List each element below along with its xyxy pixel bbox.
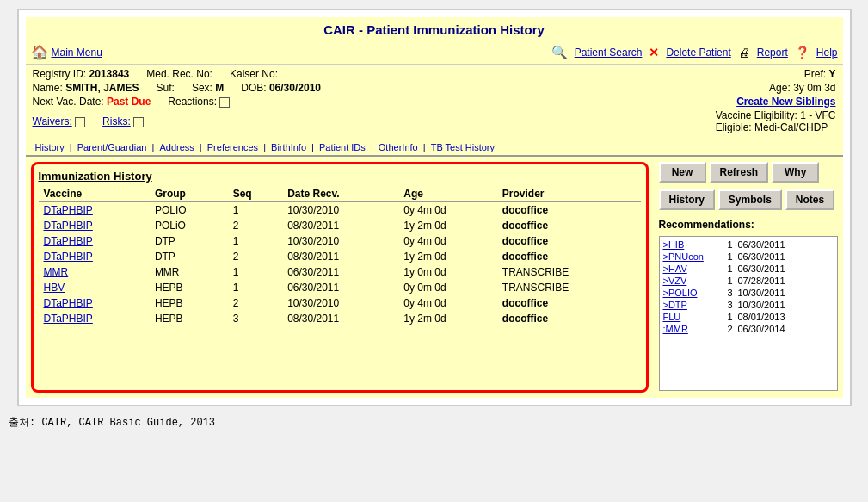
group-cell: POLIO bbox=[150, 202, 228, 219]
rec-num-3: 1 bbox=[720, 276, 733, 286]
rec-link-6[interactable]: FLU bbox=[663, 312, 715, 322]
waivers-checkbox[interactable] bbox=[75, 117, 85, 127]
reactions-checkbox[interactable] bbox=[219, 97, 230, 108]
name-field: Name: SMITH, JAMES bbox=[33, 82, 139, 94]
help-link[interactable]: Help bbox=[816, 46, 838, 59]
history-button[interactable]: History bbox=[659, 189, 715, 210]
name-value: SMITH, JAMES bbox=[65, 82, 139, 94]
immunization-history-panel: Immunization History Vaccine Group Seq D… bbox=[31, 162, 649, 393]
kaiser-label: Kaiser No: bbox=[230, 68, 278, 80]
col-seq: Seq bbox=[228, 186, 282, 202]
table-row: DTaPHBIP DTP 2 08/30/2011 1y 2m 0d docof… bbox=[39, 249, 641, 264]
rec-link-1[interactable]: >PNUcon bbox=[663, 251, 715, 262]
immunization-table: Vaccine Group Seq Date Recv. Age Provide… bbox=[39, 186, 641, 326]
info-row-2: Name: SMITH, JAMES Suf: Sex: M DOB: 06/3… bbox=[33, 82, 836, 94]
help-icon: ❓ bbox=[795, 46, 810, 59]
rec-date-6: 08/01/2013 bbox=[738, 312, 785, 322]
age-cell: 1y 2m 0d bbox=[398, 311, 496, 326]
pref: Pref: Y bbox=[804, 68, 836, 80]
btn-row-2: History Symbols Notes bbox=[659, 189, 838, 210]
nav-bar: 🏠 Main Menu 🔍 Patient Search ✕ Delete Pa… bbox=[26, 40, 843, 65]
seq-cell: 2 bbox=[228, 249, 282, 264]
age-cell: 1y 0m 0d bbox=[398, 264, 496, 280]
rec-date-5: 10/30/2011 bbox=[738, 300, 785, 310]
tab-parent-guardian[interactable]: Parent/Guardian bbox=[77, 142, 147, 152]
tab-address[interactable]: Address bbox=[159, 142, 194, 152]
vaccine-link-7[interactable]: DTaPHBIP bbox=[44, 313, 93, 325]
table-header-row: Vaccine Group Seq Date Recv. Age Provide… bbox=[39, 186, 641, 202]
seq-cell: 1 bbox=[228, 233, 282, 249]
new-button[interactable]: New bbox=[659, 162, 706, 183]
info-row-4: Waivers: Risks: Vaccine Eligibility: 1 -… bbox=[33, 109, 836, 133]
rec-link-5[interactable]: >DTP bbox=[663, 300, 715, 310]
risks-field: Risks: bbox=[102, 115, 144, 127]
risks-link[interactable]: Risks: bbox=[102, 115, 131, 127]
group-cell: HEPB bbox=[150, 311, 228, 326]
provider-cell: docoffice bbox=[497, 295, 641, 311]
create-siblings-link[interactable]: Create New Siblings bbox=[736, 96, 835, 108]
next-vac-field: Next Vac. Date: Past Due bbox=[33, 96, 151, 108]
tab-other-info[interactable]: OtherInfo bbox=[379, 142, 418, 152]
rec-date-7: 06/30/2014 bbox=[738, 324, 785, 334]
symbols-button[interactable]: Symbols bbox=[718, 189, 782, 210]
rec-link-4[interactable]: >POLIO bbox=[663, 288, 715, 298]
refresh-button[interactable]: Refresh bbox=[710, 162, 769, 183]
rec-row: >DTP 3 10/30/2011 bbox=[662, 299, 835, 311]
home-icon: 🏠 bbox=[31, 44, 48, 60]
info-row-3: Next Vac. Date: Past Due Reactions: Crea… bbox=[33, 96, 836, 108]
group-cell: DTP bbox=[150, 233, 228, 249]
risks-checkbox[interactable] bbox=[133, 117, 144, 127]
vaccine-link-4[interactable]: MMR bbox=[44, 266, 69, 278]
tab-birthinfo[interactable]: BirthInfo bbox=[271, 142, 306, 152]
tab-tb-test-history[interactable]: TB Test History bbox=[431, 142, 495, 152]
vaccine-link-1[interactable]: DTaPHBIP bbox=[44, 220, 93, 232]
seq-cell: 1 bbox=[228, 264, 282, 280]
recommendations-label: Recommendations: bbox=[659, 219, 838, 231]
eligible: Eligible: Medi-Cal/CHDP bbox=[716, 121, 836, 133]
delete-patient-link[interactable]: Delete Patient bbox=[666, 46, 730, 59]
table-row: DTaPHBIP HEPB 3 08/30/2011 1y 2m 0d doco… bbox=[39, 311, 641, 326]
sex-field: Sex: M bbox=[192, 82, 224, 94]
table-row: DTaPHBIP POLiO 2 08/30/2011 1y 2m 0d doc… bbox=[39, 218, 641, 233]
main-window: CAIR - Patient Immunization History 🏠 Ma… bbox=[17, 9, 852, 406]
tab-patient-ids[interactable]: Patient IDs bbox=[319, 142, 366, 152]
rec-link-7[interactable]: :MMR bbox=[663, 324, 715, 334]
main-menu-link[interactable]: Main Menu bbox=[52, 46, 102, 59]
create-siblings-section: Create New Siblings bbox=[736, 96, 835, 108]
provider-cell: TRANSCRIBE bbox=[497, 280, 641, 295]
rec-link-3[interactable]: >VZV bbox=[663, 276, 715, 286]
rec-date-0: 06/30/2011 bbox=[738, 239, 785, 250]
date-cell: 10/30/2010 bbox=[282, 233, 398, 249]
why-button[interactable]: Why bbox=[772, 162, 819, 183]
rec-num-5: 3 bbox=[720, 300, 733, 310]
next-vac-value: Past Due bbox=[107, 96, 151, 108]
notes-button[interactable]: Notes bbox=[785, 189, 834, 210]
info-row-1: Registry ID: 2013843 Med. Rec. No: Kaise… bbox=[33, 68, 836, 80]
vaccine-link-6[interactable]: DTaPHBIP bbox=[44, 297, 93, 309]
vaccine-link-5[interactable]: HBV bbox=[44, 282, 65, 294]
vaccine-link-3[interactable]: DTaPHBIP bbox=[44, 251, 93, 263]
rec-row: >HIB 1 06/30/2011 bbox=[662, 239, 835, 251]
patient-search-link[interactable]: Patient Search bbox=[575, 46, 643, 59]
waivers-field: Waivers: bbox=[33, 115, 86, 127]
group-cell: HEPB bbox=[150, 280, 228, 295]
rec-link-0[interactable]: >HIB bbox=[663, 239, 715, 250]
rec-row: >PNUcon 1 06/30/2011 bbox=[662, 251, 835, 263]
date-cell: 10/30/2010 bbox=[282, 295, 398, 311]
caption: 출처: CAIR, CAIR Basic Guide, 2013 bbox=[9, 415, 859, 430]
tab-preferences[interactable]: Preferences bbox=[207, 142, 258, 152]
vaccine-link-2[interactable]: DTaPHBIP bbox=[44, 235, 93, 247]
col-date: Date Recv. bbox=[282, 186, 398, 202]
waivers-link[interactable]: Waivers: bbox=[33, 115, 72, 127]
age-field: Age: 3y 0m 3d bbox=[769, 82, 835, 94]
tab-history[interactable]: History bbox=[35, 142, 65, 152]
print-icon: 🖨 bbox=[738, 46, 750, 59]
report-link[interactable]: Report bbox=[757, 46, 788, 59]
provider-cell: docoffice bbox=[497, 249, 641, 264]
seq-cell: 1 bbox=[228, 202, 282, 219]
recommendations-list[interactable]: >HIB 1 06/30/2011 >PNUcon 1 06/30/2011 >… bbox=[659, 236, 838, 391]
date-cell: 10/30/2010 bbox=[282, 202, 398, 219]
age-cell: 0y 0m 0d bbox=[398, 280, 496, 295]
vaccine-link-0[interactable]: DTaPHBIP bbox=[44, 204, 93, 216]
rec-link-2[interactable]: >HAV bbox=[663, 263, 715, 274]
